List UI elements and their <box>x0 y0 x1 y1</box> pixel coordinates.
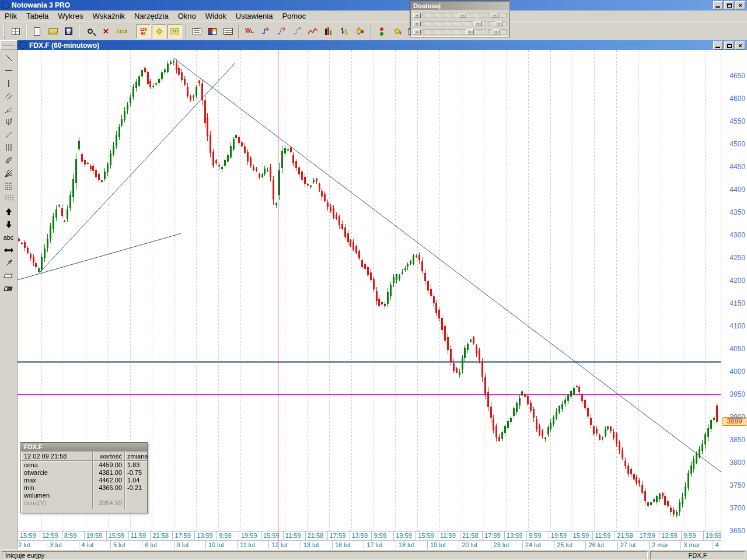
trendline-down-tool[interactable] <box>2 51 16 64</box>
slider-short-track-1[interactable] <box>488 21 507 26</box>
vertical-grid-tool[interactable] <box>2 192 16 205</box>
menu-item-3[interactable]: Wskaźnik <box>88 11 130 21</box>
ohlc-chart-button[interactable] <box>337 24 351 38</box>
dostosuj-window: Dostosuj <box>410 1 510 37</box>
time-separator <box>305 531 306 540</box>
time-separator <box>172 531 173 540</box>
slider-mini-thumb-0[interactable] <box>413 13 421 18</box>
slider-long-track-2[interactable] <box>423 29 486 34</box>
close-button[interactable]: × <box>735 1 745 9</box>
time-separator <box>438 531 438 540</box>
open-file-icon <box>48 28 58 34</box>
bar-chart-button[interactable] <box>321 24 336 38</box>
chart-restore-button[interactable] <box>724 41 734 50</box>
date-separator <box>301 541 301 549</box>
delete-button[interactable]: × <box>99 24 113 38</box>
eraser-tool[interactable] <box>2 270 16 282</box>
table-colored-icon <box>208 28 217 35</box>
slider-short-thumb-1[interactable] <box>495 21 502 26</box>
slider-mini-thumb-2[interactable] <box>413 29 421 34</box>
slider-short-thumb-0[interactable] <box>491 13 498 18</box>
pointer-tool[interactable] <box>2 257 16 270</box>
slider-long-thumb-2[interactable] <box>466 29 474 34</box>
arrow-down-tool[interactable] <box>2 218 16 231</box>
gann-fan-tool[interactable] <box>2 167 16 180</box>
trendline-up-tool[interactable] <box>2 128 16 141</box>
zigzag-blue3-button[interactable] <box>289 24 304 38</box>
line-chart-button[interactable] <box>305 24 320 38</box>
y-axis-label: 4000 <box>721 368 745 376</box>
new-file-button[interactable] <box>30 24 44 38</box>
fib-retracement-tool[interactable] <box>2 180 16 192</box>
horizontal-line-tool[interactable] <box>2 64 16 77</box>
menu-item-7[interactable]: Ustawienia <box>231 11 278 21</box>
zigzag-blue1-button[interactable] <box>258 24 273 38</box>
toolbar-grip[interactable] <box>4 25 5 38</box>
slider-short-track-0[interactable] <box>488 13 507 18</box>
marker-diamond-button[interactable] <box>152 24 166 38</box>
zoom-button[interactable] <box>83 24 97 38</box>
date-separator <box>174 541 174 549</box>
restore-button[interactable] <box>724 1 734 9</box>
arrow-up-tool[interactable] <box>2 205 16 218</box>
slider-long-thumb-1[interactable] <box>474 21 482 26</box>
slider-mini-thumb-1[interactable] <box>413 21 421 26</box>
time-separator <box>106 531 107 540</box>
chart-minimize-button[interactable] <box>713 41 723 50</box>
minimize-button[interactable] <box>713 1 723 9</box>
circle-plus-icon <box>395 29 400 34</box>
slider-long-track-0[interactable] <box>423 13 486 18</box>
time-separator <box>194 531 195 540</box>
time-separator <box>84 531 85 540</box>
menu-item-1[interactable]: Tabela <box>22 11 53 21</box>
ruler-button[interactable] <box>114 24 129 38</box>
slider-long-track-1[interactable] <box>423 21 486 26</box>
time-separator <box>283 531 284 540</box>
y-axis-label: 4050 <box>721 345 745 353</box>
table-quotes-button[interactable] <box>189 24 204 38</box>
time-separator <box>393 531 394 540</box>
parallel-lines-tool[interactable] <box>2 90 16 103</box>
date-axis-label: 12 lut <box>271 541 287 548</box>
pitchfork-tool[interactable] <box>2 116 16 128</box>
corner-grip-button[interactable] <box>0 40 18 50</box>
circle-plus-button[interactable] <box>390 24 404 38</box>
slider-long-thumb-0[interactable] <box>459 13 466 18</box>
slider-short-track-2[interactable] <box>488 29 507 34</box>
menu-item-6[interactable]: Widok <box>201 11 231 21</box>
table-colored-button[interactable] <box>205 24 219 38</box>
table-lines-button[interactable] <box>221 24 235 38</box>
slider-short-thumb-2[interactable] <box>493 29 500 34</box>
vertical-line-tool[interactable] <box>2 77 16 90</box>
date-axis-label: 9 lut <box>177 541 189 548</box>
dostosuj-slider-row-0 <box>413 12 507 18</box>
open-file-button[interactable] <box>46 24 60 38</box>
arrow-horizontal-tool[interactable] <box>2 244 16 257</box>
menu-item-0[interactable]: Plik <box>0 11 22 21</box>
dostosuj-title[interactable]: Dostosuj <box>411 2 509 10</box>
fib-arcs-tool[interactable] <box>2 154 16 167</box>
notes-button[interactable] <box>167 24 182 38</box>
window-grid-icon <box>12 28 20 35</box>
vertical-lines-tool[interactable] <box>2 141 16 154</box>
menu-item-2[interactable]: Wykres <box>53 11 88 21</box>
zigzag-blue2-button[interactable] <box>274 24 288 38</box>
date-separator <box>491 541 491 549</box>
dots-red-green-button[interactable] <box>374 24 389 38</box>
menu-item-5[interactable]: Okno <box>173 11 201 21</box>
quotes-display-button[interactable]: 12690 <box>136 24 151 38</box>
eraser-filled-tool[interactable] <box>2 282 16 295</box>
dostosuj-slider-row-2 <box>413 29 507 34</box>
y-axis-label: 3800 <box>721 459 745 467</box>
save-button[interactable] <box>61 24 76 38</box>
chart-close-button[interactable]: × <box>735 41 745 50</box>
window-grid-button[interactable] <box>8 24 23 38</box>
text-abc-tool[interactable]: abc <box>2 231 16 244</box>
menu-item-4[interactable]: Narzędzia <box>130 11 173 21</box>
candlestick-chart-button[interactable] <box>352 24 367 38</box>
menu-item-8[interactable]: Pomoc <box>277 11 310 21</box>
info-panel-title[interactable]: FDX.F <box>21 443 147 452</box>
fan-dashed-tool[interactable] <box>2 103 16 116</box>
wl-indicator-button[interactable]: WL <box>242 24 257 38</box>
time-separator <box>681 531 682 540</box>
